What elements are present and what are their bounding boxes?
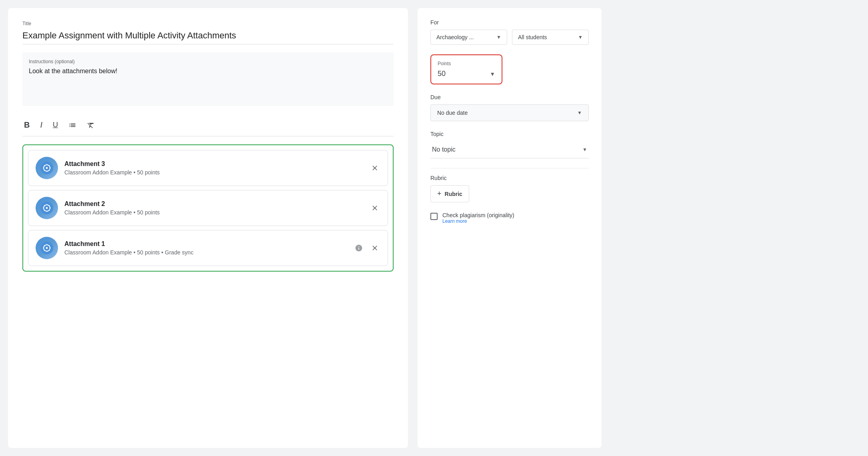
attachment-info: Attachment 3 Classroom Addon Example • 5… xyxy=(64,160,363,176)
attachment-title: Attachment 2 xyxy=(64,200,363,208)
attachment-title: Attachment 1 xyxy=(64,240,347,248)
list-button[interactable] xyxy=(67,120,78,131)
chevron-down-icon: ▼ xyxy=(577,110,582,116)
chevron-down-icon: ▼ xyxy=(582,147,587,152)
topic-section: Topic No topic ▼ xyxy=(430,131,589,158)
attachment-title: Attachment 3 xyxy=(64,160,363,168)
attachment-actions xyxy=(369,162,380,174)
points-box: Points 50 ▼ xyxy=(430,54,502,84)
attachment-info: Attachment 2 Classroom Addon Example • 5… xyxy=(64,200,363,216)
points-value: 50 xyxy=(438,70,446,78)
info-button[interactable] xyxy=(353,242,364,254)
for-row: Archaeology ... ▼ All students ▼ xyxy=(430,30,589,45)
title-input[interactable] xyxy=(22,29,394,44)
remove-attachment-button[interactable] xyxy=(369,202,380,214)
attachment-meta: Classroom Addon Example • 50 points • Gr… xyxy=(64,249,347,256)
instructions-label: Instructions (optional) xyxy=(29,59,387,64)
attachment-card: Attachment 1 Classroom Addon Example • 5… xyxy=(28,230,388,266)
attachment-actions xyxy=(353,242,380,254)
formatting-toolbar: B I U xyxy=(22,114,394,136)
plus-icon: + xyxy=(437,190,442,198)
attachment-card: Attachment 2 Classroom Addon Example • 5… xyxy=(28,190,388,226)
rubric-label: Rubric xyxy=(430,175,589,181)
svg-point-5 xyxy=(46,207,48,209)
chevron-down-icon: ▼ xyxy=(490,71,495,77)
attachment-icon xyxy=(36,157,58,179)
due-label: Due xyxy=(430,94,589,100)
rubric-btn-label: Rubric xyxy=(445,191,462,197)
attachment-icon xyxy=(36,197,58,219)
instructions-text[interactable]: Look at the attachments below! xyxy=(29,68,387,100)
divider xyxy=(430,168,589,168)
class-dropdown[interactable]: Archaeology ... ▼ xyxy=(430,30,507,45)
side-panel: For Archaeology ... ▼ All students ▼ Poi… xyxy=(418,8,602,448)
main-panel: Title Instructions (optional) Look at th… xyxy=(8,8,408,448)
attachment-actions xyxy=(369,202,380,214)
svg-point-2 xyxy=(46,167,48,169)
underline-button[interactable]: U xyxy=(51,119,60,131)
plagiarism-text: Check plagiarism (originality) Learn mor… xyxy=(442,212,514,224)
due-section: Due No due date ▼ xyxy=(430,94,589,121)
plagiarism-section: Check plagiarism (originality) Learn mor… xyxy=(430,212,589,224)
students-dropdown[interactable]: All students ▼ xyxy=(512,30,589,45)
attachment-card: Attachment 3 Classroom Addon Example • 5… xyxy=(28,150,388,186)
svg-point-8 xyxy=(46,247,48,249)
clear-format-button[interactable] xyxy=(85,120,96,131)
topic-label: Topic xyxy=(430,131,589,137)
for-label: For xyxy=(430,19,589,26)
plagiarism-checkbox[interactable] xyxy=(430,213,438,220)
instructions-section: Instructions (optional) Look at the atta… xyxy=(22,52,394,106)
italic-button[interactable]: I xyxy=(38,119,44,131)
attachment-meta: Classroom Addon Example • 50 points xyxy=(64,209,363,216)
points-label: Points xyxy=(438,61,495,66)
due-dropdown[interactable]: No due date ▼ xyxy=(430,104,589,121)
chevron-down-icon: ▼ xyxy=(578,34,583,40)
title-section: Title xyxy=(22,21,394,44)
plagiarism-title: Check plagiarism (originality) xyxy=(442,212,514,218)
rubric-section: Rubric + Rubric xyxy=(430,175,589,202)
topic-dropdown[interactable]: No topic ▼ xyxy=(430,141,589,158)
points-section: Points 50 ▼ xyxy=(430,54,589,84)
remove-attachment-button[interactable] xyxy=(369,242,380,254)
attachment-meta: Classroom Addon Example • 50 points xyxy=(64,169,363,176)
bold-button[interactable]: B xyxy=(22,119,31,131)
attachment-info: Attachment 1 Classroom Addon Example • 5… xyxy=(64,240,347,256)
students-value: All students xyxy=(518,34,575,40)
points-value-row: 50 ▼ xyxy=(438,70,495,78)
for-section: For Archaeology ... ▼ All students ▼ xyxy=(430,19,589,45)
class-value: Archaeology ... xyxy=(436,34,493,40)
attachment-icon xyxy=(36,237,58,259)
topic-value: No topic xyxy=(432,146,456,153)
attachments-container: Attachment 3 Classroom Addon Example • 5… xyxy=(22,144,394,272)
chevron-down-icon: ▼ xyxy=(496,34,501,40)
add-rubric-button[interactable]: + Rubric xyxy=(430,185,469,202)
remove-attachment-button[interactable] xyxy=(369,162,380,174)
title-label: Title xyxy=(22,21,394,26)
due-value: No due date xyxy=(437,110,468,116)
learn-more-link[interactable]: Learn more xyxy=(442,218,514,224)
